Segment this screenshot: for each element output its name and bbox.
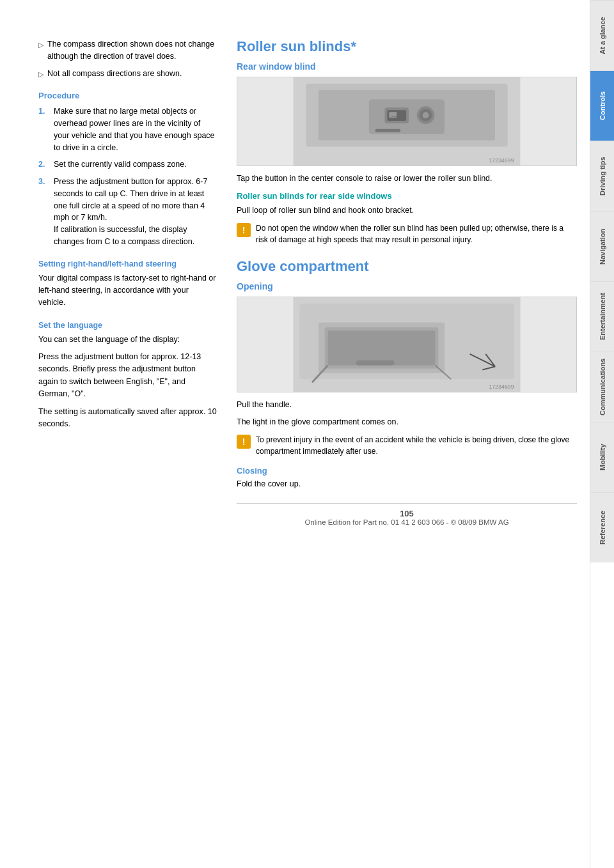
closing-heading: Closing [237, 466, 577, 476]
setting-text: Your digital compass is factory-set to r… [38, 272, 217, 309]
svg-text:17234699: 17234699 [489, 157, 514, 164]
svg-rect-17 [328, 330, 436, 365]
language-text-3: The setting is automatically saved after… [38, 406, 217, 431]
opening-warning-box: ! To prevent injury in the event of an a… [237, 434, 577, 457]
procedure-step-1: 1. Make sure that no large metal objects… [38, 105, 217, 153]
opening-image: 17234699 [237, 297, 577, 392]
svg-text:17234699: 17234699 [489, 384, 514, 390]
closing-desc: Fold the cover up. [237, 478, 577, 490]
procedure-heading: Procedure [38, 91, 217, 100]
sidebar: At a glance Controls Driving tips Naviga… [590, 0, 614, 868]
sidebar-tab-mobility[interactable]: Mobility [590, 422, 614, 492]
language-text-1: You can set the language of the display: [38, 334, 217, 346]
sidebar-tab-reference[interactable]: Reference [590, 492, 614, 562]
roller-side-subtitle: Roller sun blinds for rear side windows [237, 191, 577, 201]
sidebar-tab-driving-tips[interactable]: Driving tips [590, 141, 614, 211]
language-text-2: Press the adjustment button for approx. … [38, 351, 217, 401]
procedure-step-2: 2. Set the currently valid compass zone. [38, 159, 217, 171]
opening-desc-1: Pull the handle. [237, 399, 577, 411]
page-footer: 105 Online Edition for Part no. 01 41 2 … [237, 503, 577, 526]
roller-side-desc: Pull loop of roller sun blind and hook o… [237, 205, 577, 217]
roller-section-title: Roller sun blinds* [237, 38, 577, 55]
sidebar-tab-entertainment[interactable]: Entertainment [590, 281, 614, 352]
copyright-text: Online Edition for Part no. 01 41 2 603 … [237, 518, 577, 526]
sidebar-tab-communications[interactable]: Communications [590, 352, 614, 422]
opening-warning-icon: ! [237, 435, 251, 449]
opening-subtitle: Opening [237, 281, 577, 291]
rear-window-subtitle: Rear window blind [237, 61, 577, 72]
sidebar-tab-navigation[interactable]: Navigation [590, 211, 614, 281]
rear-window-desc: Tap the button in the center console to … [237, 173, 577, 185]
bullet-text-1: The compass direction shown does not cha… [47, 38, 217, 63]
rear-window-image: 17234699 [237, 77, 577, 166]
bullet-list: ▷ The compass direction shown does not c… [38, 38, 217, 79]
language-heading: Set the language [38, 321, 217, 330]
page-number: 105 [237, 509, 577, 518]
bullet-arrow-icon-2: ▷ [38, 69, 43, 80]
roller-warning-box: ! Do not open the window when the roller… [237, 222, 577, 245]
bullet-arrow-icon: ▷ [38, 40, 43, 50]
sidebar-tab-controls[interactable]: Controls [590, 70, 614, 141]
bullet-item-2: ▷ Not all compass directions are shown. [38, 68, 217, 80]
procedure-step-2-text: Set the currently valid compass zone. [54, 159, 187, 171]
warning-icon: ! [237, 223, 251, 237]
bullet-text-2: Not all compass directions are shown. [47, 68, 182, 80]
procedure-step-1-text: Make sure that no large metal objects or… [54, 105, 217, 153]
roller-warning-text: Do not open the window when the roller s… [256, 222, 577, 245]
roller-section: Roller sun blinds* Rear window blind [237, 38, 577, 245]
right-column: Roller sun blinds* Rear window blind [237, 38, 577, 842]
procedure-step-3: 3. Press the adjustment button for appro… [38, 176, 217, 248]
sidebar-tab-at-a-glance[interactable]: At a glance [590, 0, 614, 70]
glove-section-title: Glove compartment [237, 258, 577, 275]
left-column: ▷ The compass direction shown does not c… [38, 38, 217, 842]
svg-rect-18 [356, 360, 394, 365]
svg-point-10 [423, 112, 429, 118]
setting-heading: Setting right-hand/left-hand steering [38, 260, 217, 268]
procedure-list: 1. Make sure that no large metal objects… [38, 105, 217, 247]
procedure-step-3-text: Press the adjustment button for approx. … [54, 176, 217, 248]
svg-rect-6 [389, 112, 397, 118]
opening-warning-text: To prevent injury in the event of an acc… [256, 434, 577, 457]
opening-desc-2: The light in the glove compartment comes… [237, 416, 577, 428]
bullet-item-1: ▷ The compass direction shown does not c… [38, 38, 217, 63]
svg-rect-11 [375, 129, 400, 132]
glove-section: Glove compartment Opening [237, 258, 577, 490]
